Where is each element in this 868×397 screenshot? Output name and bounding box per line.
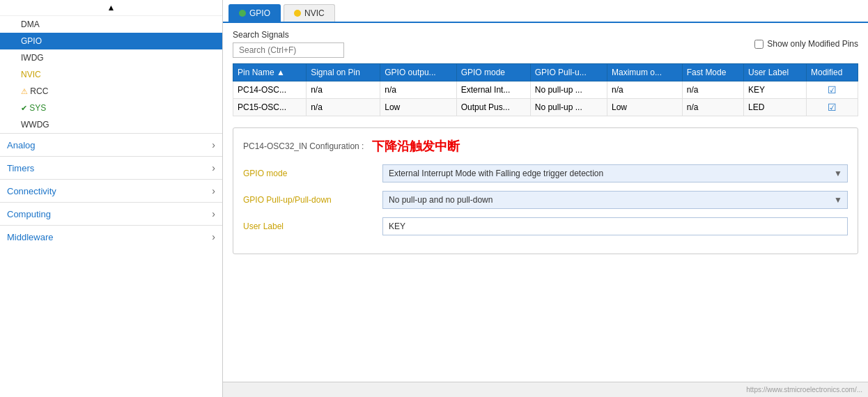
- sidebar-group-middleware[interactable]: Middleware ›: [0, 225, 222, 248]
- gpio-mode-select[interactable]: External Interrupt Mode with Falling edg…: [382, 164, 848, 182]
- chevron-right-icon: ›: [212, 139, 215, 150]
- config-row-gpio-pull: GPIO Pull-up/Pull-down No pull-up and no…: [243, 191, 848, 209]
- col-gpio-mode[interactable]: GPIO mode: [456, 64, 530, 81]
- sidebar-item-dma[interactable]: DMA: [0, 16, 222, 33]
- cell-modified: ☑: [807, 81, 858, 99]
- sidebar-group-timers-label: Timers: [7, 163, 34, 173]
- cell-gpio-pull: No pull-up ...: [530, 99, 607, 116]
- sidebar-group-computing[interactable]: Computing ›: [0, 202, 222, 225]
- collapse-icon: ▲: [107, 3, 116, 13]
- config-section: PC14-OSC32_IN Configuration : 下降沿触发中断 GP…: [233, 127, 858, 254]
- check-icon: ✔: [21, 104, 27, 112]
- gpio-tab-dot: [239, 10, 246, 17]
- gpio-pull-select[interactable]: No pull-up and no pull-down Pull-up Pull…: [382, 191, 848, 209]
- sidebar-item-rcc[interactable]: ⚠ RCC: [0, 83, 222, 100]
- chevron-right-icon: ›: [212, 162, 215, 173]
- col-pin-name[interactable]: Pin Name ▲: [233, 64, 307, 81]
- sidebar-group-connectivity[interactable]: Connectivity ›: [0, 179, 222, 202]
- cell-maximum: n/a: [607, 81, 683, 99]
- cell-maximum: Low: [607, 99, 683, 116]
- nvic-tab-dot: [294, 10, 301, 17]
- sidebar: ▲ DMA GPIO IWDG NVIC ⚠ RCC ✔ SYS WWDG An…: [0, 0, 223, 397]
- sidebar-item-nvic[interactable]: NVIC: [0, 66, 222, 83]
- footer-url: https://www.stmicroelectronics.com/...: [746, 386, 862, 394]
- col-fast-mode[interactable]: Fast Mode: [682, 64, 743, 81]
- sidebar-item-iwdg[interactable]: IWDG: [0, 49, 222, 66]
- tabs-bar: GPIO NVIC: [223, 0, 868, 23]
- search-area: Search Signals Show only Modified Pins: [233, 30, 858, 58]
- cell-gpio-output: n/a: [380, 81, 456, 99]
- show-modified-wrap: Show only Modified Pins: [754, 39, 858, 49]
- col-gpio-output[interactable]: GPIO outpu...: [380, 64, 456, 81]
- cell-fast-mode: n/a: [682, 81, 743, 99]
- sidebar-group-connectivity-label: Connectivity: [7, 186, 56, 196]
- cell-gpio-output: Low: [380, 99, 456, 116]
- gpio-mode-select-wrapper: External Interrupt Mode with Falling edg…: [382, 164, 848, 182]
- gpio-pull-select-wrapper: No pull-up and no pull-down Pull-up Pull…: [382, 191, 848, 209]
- table-row[interactable]: PC15-OSC... n/a Low Output Pus... No pul…: [233, 99, 858, 116]
- config-title-wrap: PC14-OSC32_IN Configuration : 下降沿触发中断: [243, 138, 848, 155]
- warning-icon: ⚠: [21, 87, 28, 95]
- cell-modified: ☑: [807, 99, 858, 116]
- col-signal[interactable]: Signal on Pin: [307, 64, 380, 81]
- tab-nvic[interactable]: NVIC: [284, 4, 335, 22]
- sidebar-item-wwdg[interactable]: WWDG: [0, 116, 222, 133]
- gpio-tab-label: GPIO: [249, 8, 270, 18]
- sidebar-group-analog[interactable]: Analog ›: [0, 133, 222, 156]
- modified-checkmark: ☑: [828, 84, 837, 95]
- config-row-gpio-mode: GPIO mode External Interrupt Mode with F…: [243, 164, 848, 182]
- footer-bar: https://www.stmicroelectronics.com/...: [223, 382, 868, 397]
- cell-gpio-mode: External Int...: [456, 81, 530, 99]
- pin-table: Pin Name ▲ Signal on Pin GPIO outpu... G…: [233, 63, 858, 116]
- sidebar-group-computing-label: Computing: [7, 209, 51, 219]
- sidebar-item-sys[interactable]: ✔ SYS: [0, 100, 222, 116]
- cell-signal: n/a: [307, 81, 380, 99]
- config-row-user-label: User Label: [243, 217, 848, 235]
- config-label-user-label: User Label: [243, 221, 382, 231]
- config-title-cn: 下降沿触发中断: [372, 138, 460, 155]
- cell-fast-mode: n/a: [682, 99, 743, 116]
- content-area: Search Signals Show only Modified Pins P…: [223, 23, 868, 382]
- modified-checkmark: ☑: [828, 102, 837, 113]
- col-user-label[interactable]: User Label: [744, 64, 807, 81]
- config-title-text: PC14-OSC32_IN Configuration :: [243, 141, 364, 151]
- cell-gpio-pull: No pull-up ...: [530, 81, 607, 99]
- cell-user-label: KEY: [744, 81, 807, 99]
- search-input[interactable]: [233, 42, 344, 58]
- sidebar-item-gpio[interactable]: GPIO: [0, 33, 222, 49]
- sidebar-group-middleware-label: Middleware: [7, 232, 53, 242]
- show-modified-label: Show only Modified Pins: [767, 39, 858, 49]
- search-label: Search Signals: [233, 30, 344, 40]
- config-label-gpio-mode: GPIO mode: [243, 169, 382, 178]
- search-input-wrap: Search Signals: [233, 30, 344, 58]
- user-label-input[interactable]: [382, 217, 848, 235]
- cell-signal: n/a: [307, 99, 380, 116]
- chevron-right-icon: ›: [212, 231, 215, 242]
- nvic-tab-label: NVIC: [304, 8, 325, 18]
- col-modified[interactable]: Modified: [807, 64, 858, 81]
- chevron-right-icon: ›: [212, 208, 215, 219]
- chevron-right-icon: ›: [212, 185, 215, 196]
- sidebar-collapse-btn[interactable]: ▲: [0, 0, 222, 16]
- main-content: GPIO NVIC Search Signals Show only Modif…: [223, 0, 868, 397]
- sidebar-group-timers[interactable]: Timers ›: [0, 156, 222, 179]
- cell-pin-name: PC14-OSC...: [233, 81, 307, 99]
- config-label-gpio-pull: GPIO Pull-up/Pull-down: [243, 195, 382, 205]
- show-modified-checkbox[interactable]: [754, 40, 764, 49]
- cell-pin-name: PC15-OSC...: [233, 99, 307, 116]
- cell-gpio-mode: Output Pus...: [456, 99, 530, 116]
- tab-gpio[interactable]: GPIO: [228, 4, 281, 22]
- table-row[interactable]: PC14-OSC... n/a n/a External Int... No p…: [233, 81, 858, 99]
- sidebar-group-analog-label: Analog: [7, 140, 35, 150]
- col-maximum[interactable]: Maximum o...: [607, 64, 683, 81]
- cell-user-label: LED: [744, 99, 807, 116]
- col-gpio-pull[interactable]: GPIO Pull-u...: [530, 64, 607, 81]
